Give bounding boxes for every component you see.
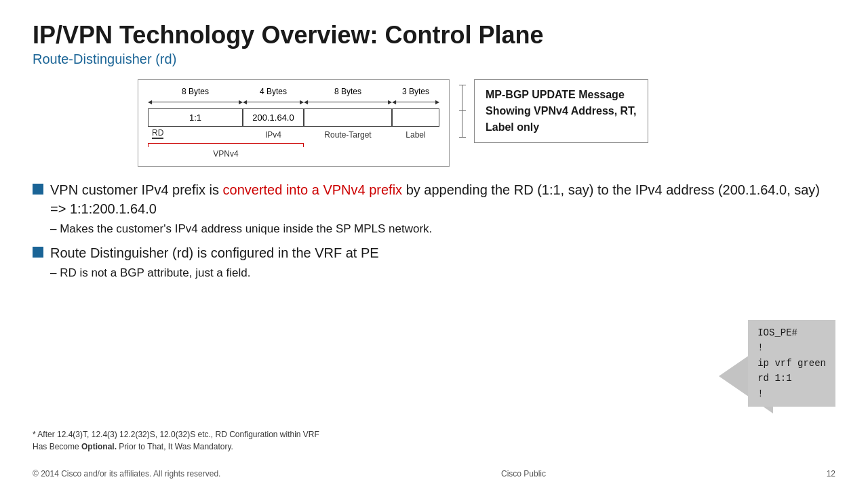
rd-label-container: RD [148,128,243,140]
footer-classification: Cisco Public [501,469,546,479]
diagram-box: 8 Bytes ◀ ▶ 4 Bytes ◀ ▶ [138,79,450,167]
bytes-label-4: 3 Bytes [402,87,429,96]
arrow-4: ◀ ▶ [392,98,439,107]
fields-row: 1:1 200.1.64.0 [148,108,439,127]
diagram-area: 8 Bytes ◀ ▶ 4 Bytes ◀ ▶ [33,79,835,167]
bracket [455,79,466,143]
bullet-text-1: VPN customer IPv4 prefix is converted in… [50,180,835,218]
bullet-icon-2 [33,247,43,258]
code-line-4: rd 1:1 [757,371,826,386]
line-2 [247,102,300,103]
bracket-bot-h [459,137,466,138]
route-target-label: Route-Target [324,130,371,140]
arrow-right-4: ▶ [435,100,439,105]
label-label: Label [406,130,425,140]
code-line-3: ip vrf green [757,356,826,371]
code-line-5: ! [757,386,826,401]
sub-bullet-2: – RD is not a BGP attribute, just a fiel… [50,265,835,281]
arrows-row: 8 Bytes ◀ ▶ 4 Bytes ◀ ▶ [148,87,439,107]
highlight-1: converted into a VPNv4 prefix [223,182,403,197]
vpnv4-brace-row: VPNv4 [148,143,439,159]
bytes-label-3: 8 Bytes [334,87,361,96]
field-rd: 1:1 [148,108,243,127]
sub-bullet-1: – Makes the customer's IPv4 address uniq… [50,221,835,237]
footer: © 2014 Cisco and/or its affiliates. All … [0,469,868,479]
arrow-1: ◀ ▶ [148,98,243,107]
annotation-line3: Label only [486,121,539,133]
footnote-line2: Has Become Optional. Prior to That, It W… [33,441,319,453]
bullet-main-1: VPN customer IPv4 prefix is converted in… [33,180,835,218]
page-subtitle: Route-Distinguisher (rd) [33,52,835,67]
arrow-3: ◀ ▶ [304,98,392,107]
annotation-line2: Showing VPNv4 Address, RT, [486,105,637,117]
vpnv4-label: VPNv4 [213,149,238,159]
segment-4bytes: 4 Bytes ◀ ▶ [243,87,304,107]
field-label [392,108,439,127]
footer-page: 12 [827,469,835,479]
bullet-section-2: Route Distinguisher (rd) is configured i… [33,243,835,281]
line-1 [152,102,239,103]
ipv4-label: IPv4 [265,130,281,140]
bullet-section-1: VPN customer IPv4 prefix is converted in… [33,180,835,237]
page-title: IP/VPN Technology Overview: Control Plan… [33,22,835,49]
rt-label-container: Route-Target [304,128,392,140]
bracket-vert-2 [462,111,466,137]
page: IP/VPN Technology Overview: Control Plan… [0,0,868,488]
footer-copyright: © 2014 Cisco and/or its affiliates. All … [33,469,220,479]
code-line-2: ! [757,340,826,355]
rd-label: RD [152,128,163,139]
bullet-icon-1 [33,184,43,195]
line-4 [396,102,435,103]
field-rt [304,108,392,127]
arrow-2: ◀ ▶ [243,98,304,107]
code-box: IOS_PE# ! ip vrf green rd 1:1 ! [748,320,835,407]
segment-8bytes-1: 8 Bytes ◀ ▶ [148,87,243,107]
segment-8bytes-2: 8 Bytes ◀ ▶ [304,87,392,107]
annotation-container: MP-BGP UPDATE Message Showing VPNv4 Addr… [455,79,648,143]
bullet-text-2: Route Distinguisher (rd) is configured i… [50,243,379,262]
annotation-box: MP-BGP UPDATE Message Showing VPNv4 Addr… [474,79,648,143]
annotation-line1: MP-BGP UPDATE Message [486,89,625,100]
field-ipv4: 200.1.64.0 [243,108,304,127]
line-3 [308,102,388,103]
ipv4-label-container: IPv4 [243,128,304,140]
bytes-label-2: 4 Bytes [260,87,287,96]
labels-row: RD IPv4 Route-Target Label [148,128,439,140]
bracket-vert [462,85,466,110]
footnote-bold: Optional. [81,442,117,451]
bytes-label-1: 8 Bytes [182,87,209,96]
code-line-1: IOS_PE# [757,325,826,340]
vpnv4-label-container: VPNv4 [148,143,304,159]
footnote-line1: * After 12.4(3)T, 12.4(3) 12.2(32)S, 12.… [33,428,319,441]
bullet-main-2: Route Distinguisher (rd) is configured i… [33,243,835,262]
footnote: * After 12.4(3)T, 12.4(3) 12.2(32)S, 12.… [33,428,319,453]
label-label-container: Label [392,128,439,140]
segment-3bytes: 3 Bytes ◀ ▶ [392,87,439,107]
